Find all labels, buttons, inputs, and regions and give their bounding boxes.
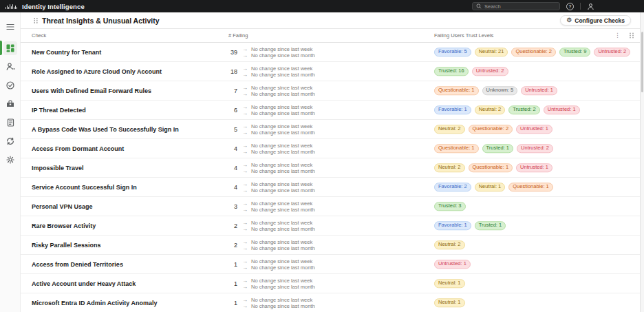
trend-block: → No change since last week → No change … [242,104,315,116]
check-name[interactable]: Service Account Successful Sign In [32,184,137,191]
configure-checks-button[interactable]: ⚙ Configure Checks [560,15,631,25]
trust-level-badge-neutral[interactable]: Neutral: 1 [434,279,465,289]
column-settings-icon[interactable] [629,32,634,39]
check-name[interactable]: New Country for Tenant [32,49,101,56]
failing-count: 1 [214,261,237,268]
table-row[interactable]: Active Account under Heavy Attack 1 → No… [21,274,640,293]
trust-level-badge-trusted[interactable]: Trusted: 16 [434,67,469,76]
trust-badges: Untrusted: 1 [434,260,471,269]
trust-level-badge-trusted[interactable]: Trusted: 3 [434,202,466,211]
sidebar-item-reports[interactable] [0,113,21,132]
table-row[interactable]: Impossible Travel 4 → No change since la… [21,158,640,178]
check-name[interactable]: Active Account under Heavy Attack [32,280,136,287]
check-name[interactable]: Risky Parallel Sessions [32,242,101,249]
check-name[interactable]: Access From Dormant Account [32,145,124,152]
trend-block: → No change since last week → No change … [242,123,315,136]
table-row[interactable]: A Bypass Code Was Used To Successfully S… [21,120,640,139]
trend-arrow-icon: → [242,110,248,116]
trend-arrow-icon: → [242,46,248,52]
table-row[interactable]: Microsoft Entra ID Admin Activity Anomal… [21,293,640,312]
trust-level-badge-trusted[interactable]: Trusted: 1 [482,144,514,154]
trust-level-badge-neutral[interactable]: Neutral: 1 [475,183,506,192]
trust-level-badge-favorable[interactable]: Favorable: 5 [434,48,471,57]
trust-level-badge-questionable[interactable]: Questionable: 1 [508,183,553,192]
trust-level-badge-neutral[interactable]: Neutral: 2 [434,163,465,173]
table-row[interactable]: Access from Denied Territories 1 → No ch… [21,255,640,274]
trust-level-badge-favorable[interactable]: Favorable: 1 [434,105,471,115]
trend-arrow-icon: → [242,220,248,226]
check-name[interactable]: Role Assigned to Azure Cloud Only Accoun… [32,68,162,75]
trust-level-badge-untrusted[interactable]: Untrusted: 1 [516,125,552,134]
user-account-icon[interactable] [587,3,594,10]
failing-count: 39 [214,49,237,56]
trust-level-badge-favorable[interactable]: Favorable: 2 [434,183,471,192]
sidebar-item-settings[interactable] [0,150,21,169]
trend-month-text: No change since last month [251,72,315,78]
trend-arrow-icon: → [242,129,248,136]
trust-level-badge-neutral[interactable]: Neutral: 21 [475,48,508,57]
trust-level-badge-untrusted[interactable]: Untrusted: 2 [472,67,508,76]
trend-week-text: No change since last week [251,200,312,207]
trust-level-badge-unknown[interactable]: Unknown: 5 [482,86,518,96]
check-name[interactable]: Microsoft Entra ID Admin Activity Anomal… [32,300,158,306]
trend-month-text: No change since last month [251,149,315,155]
sidebar-item-dashboard[interactable] [0,39,21,57]
search-icon [476,3,482,9]
help-icon[interactable]: ? [566,3,574,10]
trust-level-badge-neutral[interactable]: Neutral: 2 [475,105,506,115]
check-name[interactable]: Personal VPN Usage [32,203,93,210]
trust-level-badge-untrusted[interactable]: Untrusted: 1 [434,260,471,269]
sidebar [0,12,21,312]
trust-level-badge-untrusted[interactable]: Untrusted: 2 [517,144,553,154]
table-row[interactable]: Personal VPN Usage 3 → No change since l… [21,197,640,216]
trend-month-text: No change since last month [251,245,315,251]
failing-count: 1 [214,280,237,287]
trust-level-badge-questionable[interactable]: Questionable: 1 [469,163,513,173]
trust-level-badge-trusted[interactable]: Trusted: 2 [508,105,540,115]
trust-level-badge-untrusted[interactable]: Untrusted: 2 [594,48,630,57]
table-row[interactable]: Risky Parallel Sessions 2 → No change si… [21,236,640,255]
trust-level-badge-neutral[interactable]: Neutral: 2 [434,125,465,134]
sidebar-item-sync[interactable] [0,132,21,150]
trust-level-badge-untrusted[interactable]: Untrusted: 1 [516,163,552,173]
check-name[interactable]: Rare Browser Activity [32,222,96,229]
topbar-right: Search ? [472,0,594,12]
column-header-failing[interactable]: # Failing [228,32,248,39]
kebab-menu-icon[interactable]: ⋮ [614,32,621,39]
table-row[interactable]: Service Account Successful Sign In 4 → N… [21,178,640,197]
search-input[interactable]: Search [472,2,560,10]
table-row[interactable]: Rare Browser Activity 2 → No change sinc… [21,216,640,236]
table-row[interactable]: Role Assigned to Azure Cloud Only Accoun… [21,62,640,81]
trust-level-badge-untrusted[interactable]: Untrusted: 1 [521,86,557,96]
trust-level-badge-neutral[interactable]: Neutral: 2 [434,240,465,250]
scrollbar-thumb[interactable] [641,32,643,92]
trust-level-badge-questionable[interactable]: Questionable: 2 [469,125,513,134]
trend-arrow-icon: → [242,226,248,232]
trust-level-badge-trusted[interactable]: Trusted: 1 [475,221,506,231]
topbar-divider [580,3,581,10]
trust-level-badge-neutral[interactable]: Neutral: 1 [434,298,465,308]
trust-level-badge-favorable[interactable]: Favorable: 1 [434,221,471,231]
check-name[interactable]: Impossible Travel [32,165,84,171]
sidebar-item-menu[interactable] [0,17,21,36]
table-row[interactable]: Access From Dormant Account 4 → No chang… [21,139,640,158]
sidebar-item-checks[interactable] [0,76,21,94]
check-name[interactable]: A Bypass Code Was Used To Successfully S… [32,126,179,133]
trust-level-badge-questionable[interactable]: Questionable: 1 [434,86,479,96]
page-header: Threat Insights & Unusual Activity ⚙ Con… [21,12,640,29]
trust-level-badge-untrusted[interactable]: Untrusted: 1 [544,105,580,115]
vertical-scrollbar[interactable] [640,12,644,312]
trust-level-badge-questionable[interactable]: Questionable: 1 [434,144,479,154]
drag-handle-icon[interactable] [34,18,38,23]
trust-level-badge-trusted[interactable]: Trusted: 9 [559,48,591,57]
sidebar-item-users[interactable] [0,57,21,76]
table-row[interactable]: New Country for Tenant 39 → No change si… [21,43,640,62]
check-name[interactable]: Access from Denied Territories [32,261,123,268]
table-row[interactable]: Users With Defined Email Forward Rules 7… [21,81,640,101]
check-name[interactable]: IP Threat Detected [32,107,86,114]
check-name[interactable]: Users With Defined Email Forward Rules [32,87,151,94]
table-row[interactable]: IP Threat Detected 6 → No change since l… [21,101,640,120]
trust-level-badge-questionable[interactable]: Questionable: 2 [511,48,556,57]
column-header-check[interactable]: Check [32,32,46,39]
sidebar-item-integrations[interactable] [0,94,21,113]
